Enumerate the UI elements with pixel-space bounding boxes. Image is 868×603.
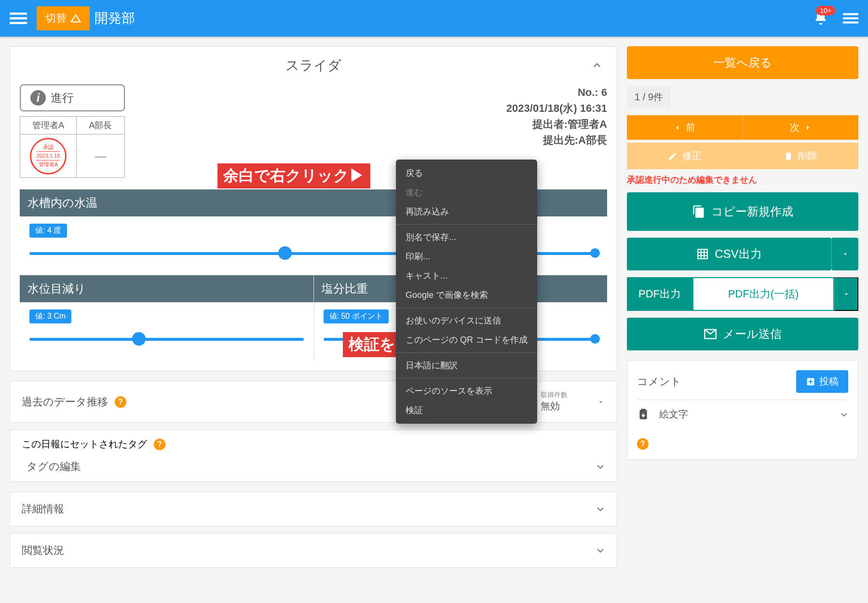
help-icon[interactable]: ? xyxy=(637,438,649,450)
svg-rect-5 xyxy=(843,22,858,24)
chevron-left-icon xyxy=(674,124,681,131)
page-counter: 1 / 9件 xyxy=(627,86,671,108)
grid-icon xyxy=(696,248,709,260)
pencil-icon xyxy=(668,151,678,161)
trash-icon xyxy=(784,151,793,161)
ctx-qr[interactable]: このページの QR コードを作成 xyxy=(396,330,537,349)
pdf-export-button[interactable]: PDF出力 xyxy=(627,277,692,311)
approval-col-2: A部長 xyxy=(77,117,125,134)
ctx-send-device[interactable]: お使いのデバイスに送信 xyxy=(396,311,537,330)
ctx-reload[interactable]: 再読み込み xyxy=(396,202,537,221)
csv-dropdown[interactable] xyxy=(831,238,858,270)
collapse-views[interactable]: 閲覧状況 xyxy=(10,533,617,568)
ctx-inspect[interactable]: 検証 xyxy=(396,401,537,420)
record-to: 提出先:A部長 xyxy=(506,132,607,148)
pdf-dropdown[interactable] xyxy=(834,277,858,311)
post-button[interactable]: 投稿 xyxy=(796,370,848,393)
comment-title: コメント xyxy=(637,375,681,389)
collapse-detail[interactable]: 詳細情報 xyxy=(10,492,617,526)
chevron-down-icon[interactable] xyxy=(596,462,605,471)
help-icon[interactable]: ? xyxy=(115,396,126,408)
app-header: 切替 開発部 10+ xyxy=(0,0,868,37)
slider-header-2: 水位目減り xyxy=(20,275,313,302)
card-title: スライダ xyxy=(20,56,607,75)
svg-rect-8 xyxy=(641,409,646,411)
main-card: スライダ i 進行 管理者A A部長 xyxy=(10,46,617,371)
pdf-export-bulk-button[interactable]: PDF出力(一括) xyxy=(692,277,834,311)
fetch-count-select[interactable]: 取得件数 無効 xyxy=(541,391,568,413)
collapse-tags: この日報にセットされたタグ ? タグの編集 xyxy=(10,429,617,482)
collapse-title-2: この日報にセットされたタグ xyxy=(22,438,147,451)
mail-send-button[interactable]: メール送信 xyxy=(627,318,858,350)
ctx-back[interactable]: 戻る xyxy=(396,163,537,183)
copy-icon xyxy=(692,205,705,218)
slider-2[interactable] xyxy=(29,332,304,347)
chevron-down-icon xyxy=(840,410,848,419)
help-icon[interactable]: ? xyxy=(154,439,165,450)
emoji-row[interactable]: 絵文字 xyxy=(637,400,848,429)
csv-export-button[interactable]: CSV出力 xyxy=(627,238,831,270)
overlay-right-click-label: 余白で右クリック▶ xyxy=(217,163,370,188)
status-button[interactable]: i 進行 xyxy=(20,84,125,111)
approval-stamp: 承認 2023.1.18 管理者A xyxy=(30,138,67,174)
context-menu: 戻る 進む 再読み込み 別名で保存... 印刷... キャスト... Googl… xyxy=(396,160,537,424)
svg-rect-4 xyxy=(843,17,858,19)
chevron-down-icon xyxy=(597,398,605,406)
header-title: 開発部 xyxy=(95,9,135,27)
plus-box-icon xyxy=(806,377,815,387)
ctx-print[interactable]: 印刷... xyxy=(396,247,537,266)
slider-badge-1: 値: 4 度 xyxy=(29,224,67,238)
slider-badge-3: 値: 50 ポイント xyxy=(324,309,389,323)
tag-edit-label[interactable]: タグの編集 xyxy=(27,459,81,474)
notification-badge: 10+ xyxy=(816,6,835,15)
notifications-button[interactable]: 10+ xyxy=(813,11,828,26)
warning-text: 承認進行中のため編集できません xyxy=(627,174,858,186)
ctx-cast[interactable]: キャスト... xyxy=(396,266,537,285)
back-to-list-button[interactable]: 一覧へ戻る xyxy=(627,46,858,79)
ctx-translate[interactable]: 日本語に翻訳 xyxy=(396,356,537,375)
stamp-cell-1: 承認 2023.1.18 管理者A xyxy=(20,134,77,178)
chevron-up-icon[interactable] xyxy=(592,60,602,71)
mail-icon xyxy=(704,327,717,341)
chevron-down-icon xyxy=(842,290,850,298)
emoji-label: 絵文字 xyxy=(659,408,830,421)
info-icon: i xyxy=(30,90,46,106)
stamp-cell-2: — xyxy=(77,134,125,178)
chevron-down-icon xyxy=(596,546,605,555)
record-no: No.: 6 xyxy=(506,84,607,100)
slider-badge-2: 値: 3 Cm xyxy=(29,309,71,323)
delete-button[interactable]: 削除 xyxy=(743,143,858,169)
next-button[interactable]: 次 xyxy=(743,115,859,140)
svg-rect-3 xyxy=(843,13,858,15)
ctx-google-image[interactable]: Google で画像を検索 xyxy=(396,285,537,305)
collapse-title-3: 詳細情報 xyxy=(22,502,64,516)
comment-section: コメント 投稿 絵文字 ? xyxy=(627,360,858,460)
prev-button[interactable]: 前 xyxy=(627,115,743,140)
approval-table: 管理者A A部長 承認 2023.1.18 管理者A — xyxy=(20,116,125,178)
approval-col-1: 管理者A xyxy=(20,117,77,134)
ctx-view-source[interactable]: ページのソースを表示 xyxy=(396,381,537,401)
svg-rect-0 xyxy=(10,13,27,15)
switch-label: 切替 xyxy=(45,11,67,26)
right-menu-icon[interactable] xyxy=(843,11,858,26)
ctx-forward: 進む xyxy=(396,183,537,202)
menu-icon[interactable] xyxy=(10,10,27,27)
triangle-up-icon xyxy=(70,13,81,24)
collapse-title-1: 過去のデータ推移 xyxy=(22,395,108,409)
copy-new-button[interactable]: コピー新規作成 xyxy=(627,192,858,231)
svg-rect-1 xyxy=(10,17,27,20)
chevron-right-icon xyxy=(804,124,811,131)
edit-button[interactable]: 修正 xyxy=(627,143,743,169)
collapse-title-4: 閲覧状況 xyxy=(22,543,64,558)
switch-button[interactable]: 切替 xyxy=(37,6,90,30)
chevron-down-icon xyxy=(596,504,605,514)
status-label: 進行 xyxy=(51,90,74,106)
record-submitter: 提出者:管理者A xyxy=(506,116,607,132)
chevron-down-icon xyxy=(841,250,849,258)
ctx-save-as[interactable]: 別名で保存... xyxy=(396,228,537,247)
svg-rect-2 xyxy=(10,22,27,25)
clipboard-icon xyxy=(637,408,650,421)
record-datetime: 2023/01/18(水) 16:31 xyxy=(506,100,607,116)
meta-info: No.: 6 2023/01/18(水) 16:31 提出者:管理者A 提出先:… xyxy=(506,84,607,148)
